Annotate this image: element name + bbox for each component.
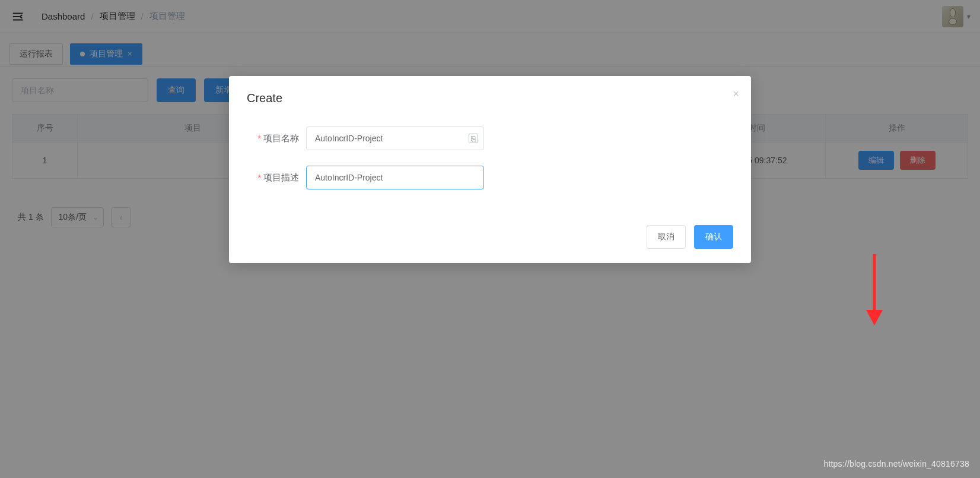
svg-marker-6 bbox=[866, 310, 883, 325]
project-name-input[interactable] bbox=[306, 126, 484, 150]
form-row-name: *项目名称 ⎘ bbox=[247, 126, 733, 150]
watermark: https://blog.csdn.net/weixin_40816738 bbox=[823, 459, 969, 468]
dialog-title: Create bbox=[247, 91, 733, 105]
label-project-name: *项目名称 bbox=[247, 133, 306, 144]
dialog-footer: 取消 确认 bbox=[247, 225, 733, 249]
autofill-icon[interactable]: ⎘ bbox=[469, 134, 478, 143]
project-desc-input[interactable] bbox=[306, 166, 484, 189]
create-dialog: Create × *项目名称 ⎘ *项目描述 取消 确认 bbox=[229, 76, 751, 263]
label-project-desc: *项目描述 bbox=[247, 172, 306, 183]
cancel-button[interactable]: 取消 bbox=[647, 225, 686, 249]
modal-overlay[interactable]: Create × *项目名称 ⎘ *项目描述 取消 确认 bbox=[0, 0, 980, 478]
dialog-form: *项目名称 ⎘ *项目描述 bbox=[247, 126, 733, 189]
annotation-arrow bbox=[861, 248, 887, 327]
close-icon[interactable]: × bbox=[733, 88, 739, 100]
form-row-desc: *项目描述 bbox=[247, 166, 733, 189]
confirm-button[interactable]: 确认 bbox=[694, 225, 733, 249]
